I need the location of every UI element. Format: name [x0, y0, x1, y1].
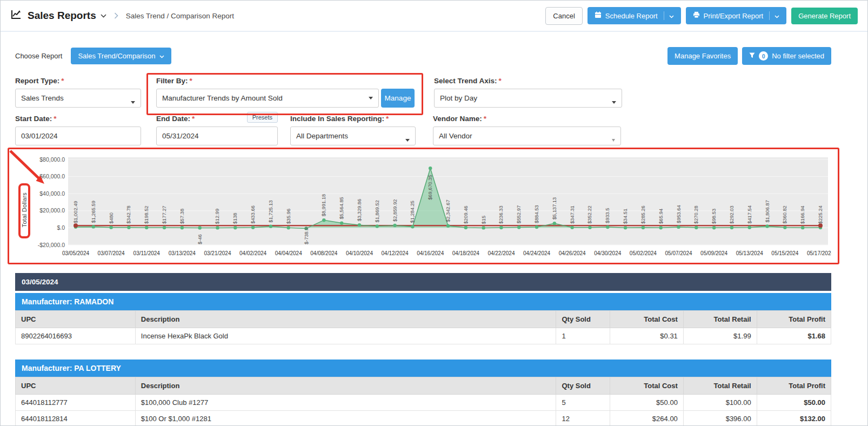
annotation-ytitle-box: Total Dollars — [18, 183, 30, 238]
y-axis-title: Total Dollars — [21, 192, 28, 227]
column-header: Total Profit — [757, 377, 831, 395]
svg-text:$177.27: $177.27 — [162, 206, 167, 224]
report-groups: Manufacturer: RAMADONUPCDescriptionQty S… — [15, 293, 831, 426]
svg-text:$69,670.35: $69,670.35 — [428, 175, 433, 200]
svg-text:$270.28: $270.28 — [693, 205, 699, 224]
choose-report-label: Choose Report — [15, 52, 62, 60]
breadcrumb: Sales Trend / Comparison Report — [126, 12, 234, 20]
table-row: 8902264016693Incense HexaPk Black Gold1$… — [16, 328, 831, 344]
table-cell: $264.00 — [610, 411, 684, 426]
svg-text:04/24/2024: 04/24/2024 — [523, 250, 550, 256]
svg-text:$292.03: $292.03 — [729, 205, 735, 224]
svg-text:$98.53: $98.53 — [711, 209, 717, 224]
filter-by-label: Filter By:* — [156, 77, 415, 85]
title-chevron-down-icon[interactable] — [101, 12, 106, 19]
table-cell: 5 — [556, 395, 610, 411]
svg-text:$1,806.87: $1,806.87 — [765, 200, 770, 222]
vendor-name-field: Vendor Name:* All Vendor — [433, 115, 621, 145]
y-axis-title-wrap: Total Dollars — [15, 183, 34, 238]
start-date-input[interactable] — [15, 127, 141, 145]
start-date-label: Start Date:* — [15, 115, 141, 123]
svg-text:05/17/2024: 05/17/2024 — [807, 250, 831, 256]
svg-text:05/15/2024: 05/15/2024 — [771, 250, 798, 256]
table-cell: $132.00 — [757, 411, 831, 426]
svg-text:$138: $138 — [232, 212, 238, 224]
generate-report-button[interactable]: Generate Report — [791, 8, 858, 24]
report-selector-button[interactable]: Sales Trend/Comparison — [71, 48, 171, 64]
svg-text:04/30/2024: 04/30/2024 — [594, 250, 621, 256]
table-cell: $396.00 — [683, 411, 757, 426]
table-cell: $1.99 — [683, 328, 757, 344]
column-header: Total Profit — [757, 311, 831, 328]
column-header: Qty Sold — [556, 311, 610, 328]
svg-text:$1,002.49: $1,002.49 — [73, 201, 78, 223]
table-cell: $50.00 — [610, 395, 684, 411]
table-cell: 644018112777 — [16, 395, 136, 411]
svg-text:$.0: $.0 — [57, 224, 65, 231]
end-date-field: End Date:* Presets — [156, 115, 278, 145]
presets-button[interactable]: Presets — [247, 112, 278, 123]
breadcrumb-chevron-icon — [114, 11, 118, 21]
filter-form-row-1: Report Type:* Sales Trends Filter By:* M… — [15, 77, 831, 108]
column-header: Total Cost — [610, 377, 684, 395]
report-results: 03/05/2024 Manufacturer: RAMADONUPCDescr… — [15, 273, 831, 426]
manufacturer-header: Manufacturer: RAMADON — [15, 293, 831, 310]
filter-status-button[interactable]: 0 No filter selected — [742, 47, 831, 65]
svg-text:$209.46: $209.46 — [463, 205, 469, 224]
svg-text:04/22/2024: 04/22/2024 — [488, 250, 515, 256]
manage-filter-button[interactable]: Manage — [381, 89, 415, 108]
table-cell: 644018112814 — [16, 411, 136, 426]
svg-text:$60,000.0: $60,000.0 — [39, 173, 65, 179]
table-row: 644018112814$100 Or $1,000 #128112$264.0… — [16, 411, 831, 426]
svg-text:03/05/2024: 03/05/2024 — [62, 250, 89, 256]
svg-text:$12.99: $12.99 — [215, 209, 220, 224]
trend-chart: $80,000.0$60,000.0$40,000.0$20,000.0$.0-… — [34, 155, 831, 267]
svg-text:$417.54: $417.54 — [747, 205, 752, 224]
column-header: Total Cost — [610, 311, 684, 328]
table-cell: 8902264016693 — [16, 328, 136, 344]
sales-table: UPCDescriptionQty SoldTotal CostTotal Re… — [15, 377, 831, 426]
table-cell: 12 — [556, 411, 610, 426]
svg-text:$65.94: $65.94 — [658, 209, 664, 224]
svg-text:03/07/2024: 03/07/2024 — [98, 250, 125, 256]
svg-text:04/02/2024: 04/02/2024 — [239, 250, 266, 256]
svg-text:$57.38: $57.38 — [179, 209, 185, 224]
column-header: Description — [135, 311, 556, 328]
svg-text:$884.53: $884.53 — [534, 205, 539, 223]
svg-text:$166.94: $166.94 — [800, 206, 805, 224]
date-group-header: 03/05/2024 — [15, 273, 831, 291]
vendor-name-label: Vendor Name:* — [433, 115, 621, 123]
table-row: 644018112777$100,000 Club #12775$50.00$1… — [16, 395, 831, 411]
manufacturer-group: Manufacturer: PA LOTTERYUPCDescriptionQt… — [15, 360, 831, 426]
include-sales-select[interactable]: All Departments — [290, 127, 416, 145]
report-toolbar: Choose Report Sales Trend/Comparison Man… — [15, 47, 831, 65]
svg-text:04/26/2024: 04/26/2024 — [559, 250, 586, 256]
svg-text:$2,342.67: $2,342.67 — [445, 199, 451, 222]
svg-text:$552.97: $552.97 — [516, 205, 522, 224]
report-type-label: Report Type:* — [15, 77, 141, 85]
svg-text:04/08/2024: 04/08/2024 — [310, 250, 337, 256]
table-cell: $100.00 — [683, 395, 757, 411]
svg-text:$-46: $-46 — [197, 234, 203, 244]
cancel-button[interactable]: Cancel — [545, 7, 582, 25]
end-date-input[interactable] — [156, 127, 278, 145]
svg-text:$5,564.85: $5,564.85 — [339, 197, 344, 219]
trend-axis-select[interactable]: Plot by Day — [434, 89, 622, 108]
schedule-report-button[interactable]: Schedule Report — [587, 7, 681, 24]
svg-text:03/21/2024: 03/21/2024 — [204, 250, 231, 256]
chevron-down-icon — [774, 12, 779, 20]
table-cell: $50.00 — [757, 395, 831, 411]
svg-text:$8,991.18: $8,991.18 — [321, 194, 326, 216]
svg-text:$225.24: $225.24 — [818, 205, 823, 224]
manufacturer-header: Manufacturer: PA LOTTERY — [15, 360, 831, 377]
vendor-name-select[interactable]: All Vendor — [433, 127, 621, 145]
column-header: UPC — [16, 377, 136, 395]
filter-by-select[interactable]: Manufacturer Trends by Amount Sold — [156, 89, 379, 108]
column-header: Qty Sold — [556, 377, 610, 395]
report-type-select[interactable]: Sales Trends — [15, 89, 141, 108]
print-export-button[interactable]: Print/Export Report — [686, 7, 787, 24]
start-date-field: Start Date:* — [15, 115, 141, 145]
manage-favorites-button[interactable]: Manage Favorites — [667, 47, 738, 65]
svg-text:$5,137.13: $5,137.13 — [552, 197, 557, 219]
filter-by-field: Filter By:* Manufacturer Trends by Amoun… — [156, 77, 415, 108]
